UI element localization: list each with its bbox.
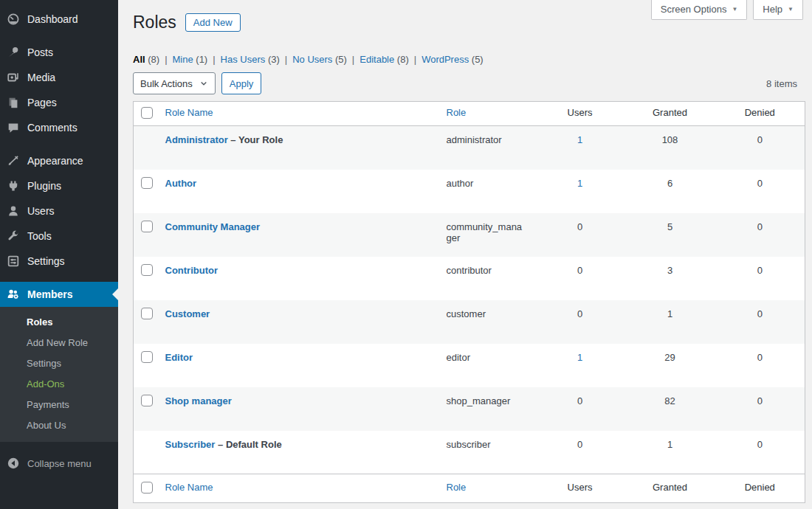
filter-link-editable[interactable]: Editable (359, 54, 394, 65)
screen-options-button[interactable]: Screen Options ▼ (651, 0, 748, 20)
sidebar-item-posts[interactable]: Posts (0, 40, 118, 65)
filter-separator: | (352, 54, 354, 65)
row-checkbox[interactable] (141, 221, 153, 232)
dashboard-icon (6, 12, 21, 27)
role-name-link[interactable]: Contributor (165, 265, 218, 276)
select-all-checkbox[interactable] (141, 107, 153, 119)
submenu-item-add-new-role[interactable]: Add New Role (0, 333, 118, 353)
menu-separator (0, 140, 118, 148)
role-name-cell: Administrator – Your Role (158, 126, 439, 170)
filter-separator: | (414, 54, 416, 65)
column-header-role-name: Role Name (158, 102, 439, 126)
role-name: Administrator – Your Role (165, 134, 283, 145)
role-name-link[interactable]: Customer (165, 308, 210, 319)
role-name-cell: Author (158, 170, 439, 213)
sidebar-item-label: Dashboard (27, 13, 78, 25)
sidebar-item-dashboard[interactable]: Dashboard (0, 7, 118, 32)
roles-table: Role NameRoleUsersGrantedDenied Administ… (133, 101, 805, 503)
denied-count-cell: 0 (715, 126, 805, 170)
role-name-link[interactable]: Administrator (165, 134, 228, 145)
plugins-icon (6, 179, 21, 193)
column-header-role: Role (439, 474, 535, 503)
sort-link-role-name[interactable]: Role Name (165, 482, 213, 493)
role-name-link[interactable]: Shop manager (165, 395, 232, 406)
row-checkbox[interactable] (141, 177, 153, 189)
role-name-link[interactable]: Community Manager (165, 221, 261, 232)
filter-separator: | (165, 54, 167, 65)
sidebar-item-comments[interactable]: Comments (0, 115, 118, 140)
role-name: Customer (165, 308, 210, 319)
users-count-link[interactable]: 1 (577, 352, 582, 363)
sidebar-item-users[interactable]: Users (0, 198, 118, 224)
help-label: Help (763, 4, 782, 15)
sort-link-role[interactable]: Role (447, 482, 467, 493)
menu-separator (0, 274, 118, 282)
role-name-link[interactable]: Subscriber (165, 439, 216, 450)
role-suffix: – Default Role (215, 439, 281, 450)
filter-link-no-users[interactable]: No Users (292, 54, 332, 65)
denied-count-cell: 0 (715, 257, 805, 300)
table-row-shop-manager: Shop managershop_manager0820 (134, 387, 805, 431)
sidebar-item-label: Tools (27, 230, 52, 242)
row-checkbox-cell (134, 126, 158, 170)
bulk-actions-select[interactable]: Bulk Actions (133, 72, 216, 94)
sort-link-role-name[interactable]: Role Name (165, 107, 213, 118)
admin-content: Screen Options ▼ Help ▼ Roles Add New Al… (118, 0, 812, 509)
users-count-cell: 1 (535, 170, 625, 213)
role-suffix: – Your Role (228, 134, 283, 145)
submenu-item-payments[interactable]: Payments (0, 395, 118, 415)
collapse-menu-button[interactable]: Collapse menu (0, 451, 118, 476)
submenu-item-settings[interactable]: Settings (0, 353, 118, 374)
select-all-cell (134, 102, 158, 126)
submenu-item-about-us[interactable]: About Us (0, 415, 118, 436)
sidebar-item-tools[interactable]: Tools (0, 224, 118, 249)
role-name-link[interactable]: Editor (165, 352, 193, 363)
menu-separator (0, 32, 118, 40)
apply-button[interactable]: Apply (221, 72, 262, 94)
bulk-actions-label: Bulk Actions (140, 78, 193, 89)
sidebar-item-pages[interactable]: Pages (0, 90, 118, 115)
role-name-cell: Community Manager (158, 213, 439, 257)
help-button[interactable]: Help ▼ (753, 0, 803, 20)
role-name-cell: Customer (158, 300, 439, 344)
row-checkbox-cell (134, 257, 158, 300)
column-header-denied: Denied (715, 102, 805, 126)
column-header-granted: Granted (625, 474, 715, 503)
filter-link-mine[interactable]: Mine (173, 54, 193, 65)
filter-link-all[interactable]: All (133, 54, 145, 65)
filter-separator: | (285, 54, 287, 65)
sidebar-item-media[interactable]: Media (0, 65, 118, 90)
comments-icon (6, 120, 21, 135)
column-header-granted: Granted (625, 102, 715, 126)
row-checkbox[interactable] (141, 308, 153, 319)
row-checkbox-cell (134, 300, 158, 344)
role-name: Contributor (165, 265, 218, 276)
sidebar-item-settings[interactable]: Settings (0, 249, 118, 274)
table-footer-row: Role NameRoleUsersGrantedDenied (134, 474, 805, 503)
column-header-denied: Denied (715, 474, 805, 503)
granted-count-cell: 3 (625, 257, 715, 300)
sidebar-item-plugins[interactable]: Plugins (0, 173, 118, 198)
row-checkbox[interactable] (141, 351, 153, 363)
users-count-link[interactable]: 1 (577, 178, 582, 189)
filter-count: (1) (193, 54, 208, 65)
filter-link-wordpress[interactable]: WordPress (422, 54, 469, 65)
table-row-subscriber: Subscriber – Default Rolesubscriber010 (134, 431, 805, 474)
submenu-item-roles[interactable]: Roles (0, 312, 118, 333)
row-checkbox[interactable] (141, 264, 153, 276)
filter-item-editable: Editable (8)| (359, 54, 422, 65)
sidebar-item-label: Settings (27, 255, 65, 267)
filter-item-wordpress: WordPress (5) (422, 54, 484, 65)
role-name-link[interactable]: Author (165, 178, 197, 189)
sort-link-role[interactable]: Role (447, 107, 467, 118)
admin-menu: DashboardPostsMediaPagesCommentsAppearan… (0, 0, 118, 442)
users-count-link[interactable]: 1 (577, 134, 582, 145)
sidebar-item-appearance[interactable]: Appearance (0, 148, 118, 173)
filter-link-has-users[interactable]: Has Users (221, 54, 266, 65)
sidebar-item-members[interactable]: Members (0, 282, 118, 307)
row-checkbox[interactable] (141, 395, 153, 406)
add-new-button[interactable]: Add New (185, 13, 241, 32)
filter-item-mine: Mine (1)| (173, 54, 221, 65)
submenu-item-add-ons[interactable]: Add-Ons (0, 374, 118, 395)
select-all-checkbox[interactable] (141, 482, 153, 494)
